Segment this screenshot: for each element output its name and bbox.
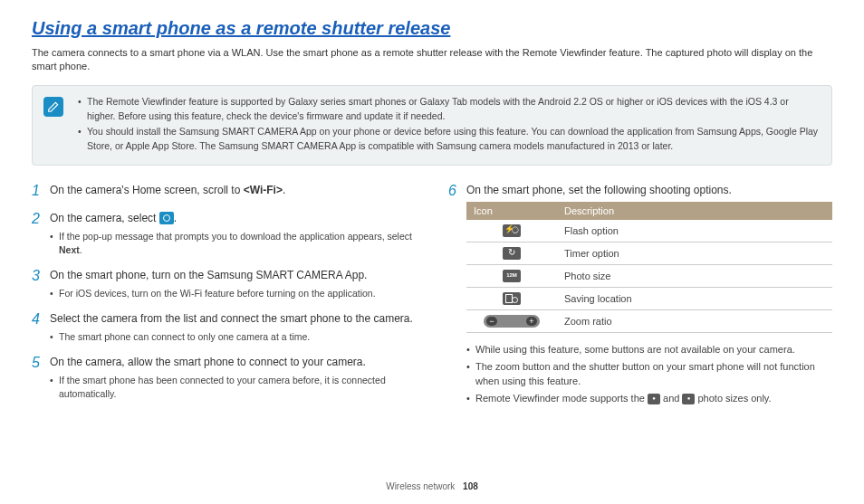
- step-text: On the camera, select: [50, 212, 159, 224]
- step-1: 1 On the camera's Home screen, scroll to…: [32, 182, 416, 201]
- step-number: 3: [32, 267, 50, 301]
- td-desc: Saving location: [557, 288, 832, 310]
- intro-text: The camera connects to a smart phone via…: [32, 46, 832, 74]
- pencil-note-icon: [43, 97, 63, 117]
- step-text: Select the camera from the list and conn…: [50, 310, 416, 327]
- note-box: The Remote Viewfinder feature is support…: [32, 85, 832, 166]
- flash-icon: [503, 224, 521, 237]
- step-4: 4 Select the camera from the list and co…: [32, 310, 416, 345]
- after-item: The zoom button and the shutter button o…: [466, 359, 832, 389]
- left-column: 1 On the camera's Home screen, scroll to…: [32, 182, 416, 416]
- th-desc: Description: [557, 202, 832, 220]
- after-item: While using this feature, some buttons a…: [466, 342, 832, 357]
- note-item: The Remote Viewfinder feature is support…: [78, 95, 819, 124]
- sub-item: If the smart phone has been connected to…: [50, 374, 416, 403]
- th-icon: Icon: [466, 202, 557, 220]
- step-text: On the camera's Home screen, scroll to: [50, 184, 244, 196]
- right-column: 6 On the smart phone, set the following …: [448, 182, 832, 416]
- page-footer: Wireless network 108: [0, 481, 864, 491]
- zoom-ratio-icon: −+: [484, 315, 540, 328]
- saving-location-icon: [503, 292, 521, 305]
- step-number: 2: [32, 210, 50, 259]
- sub-item: The smart phone can connect to only one …: [50, 330, 416, 345]
- step-3: 3 On the smart phone, turn on the Samsun…: [32, 267, 416, 301]
- size-icon-a: [648, 394, 660, 404]
- footer-section: Wireless network: [386, 481, 455, 491]
- step-number: 6: [448, 182, 466, 407]
- timer-icon: [503, 247, 521, 260]
- size-icon-b: [682, 394, 695, 404]
- step-text: On the camera, allow the smart phone to …: [50, 354, 416, 370]
- td-desc: Photo size: [557, 264, 832, 287]
- plus-icon: +: [526, 317, 537, 326]
- step-bold: <Wi-Fi>: [244, 184, 283, 196]
- td-desc: Timer option: [557, 242, 832, 264]
- page-number: 108: [463, 481, 478, 491]
- options-table: IconDescription Flash option Timer optio…: [466, 202, 832, 333]
- minus-icon: −: [486, 317, 497, 326]
- step-5: 5 On the camera, allow the smart phone t…: [32, 354, 416, 403]
- td-desc: Flash option: [557, 220, 832, 242]
- after-item: Remote Viewfinder mode supports the and …: [466, 391, 832, 406]
- step-number: 5: [32, 354, 50, 403]
- step-number: 1: [32, 182, 50, 201]
- step-2: 2 On the camera, select . If the pop-up …: [32, 210, 416, 259]
- step-text: On the smart phone, set the following sh…: [466, 182, 832, 198]
- sub-item: If the pop-up message that prompts you t…: [50, 230, 416, 259]
- note-item: You should install the Samsung SMART CAM…: [78, 125, 819, 154]
- photo-size-icon: [503, 270, 521, 282]
- step-6: 6 On the smart phone, set the following …: [448, 182, 832, 407]
- step-number: 4: [32, 310, 50, 345]
- remote-viewfinder-icon: [159, 212, 174, 224]
- sub-item: For iOS devices, turn on the Wi-Fi featu…: [50, 287, 416, 301]
- step-text: On the smart phone, turn on the Samsung …: [50, 267, 416, 283]
- page-title: Using a smart phone as a remote shutter …: [32, 18, 832, 39]
- td-desc: Zoom ratio: [557, 310, 832, 333]
